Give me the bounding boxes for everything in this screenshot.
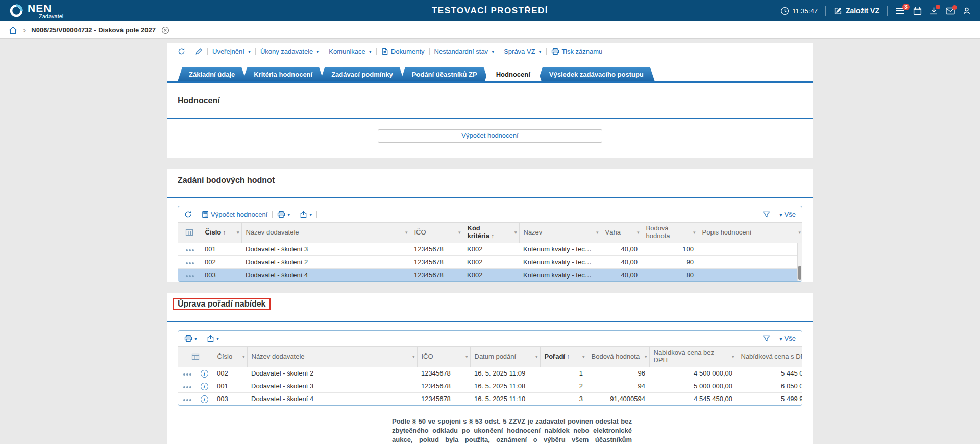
menu-sprava-vz[interactable]: Správa VZ: [504, 48, 541, 55]
tab-underline: [167, 81, 813, 83]
grid-refresh-button[interactable]: [184, 211, 192, 218]
vypocet-hodnoceni-button[interactable]: Výpočet hodnocení: [378, 129, 602, 143]
grid-filter-button[interactable]: [763, 335, 770, 342]
breadcrumb-record[interactable]: N006/25/V00004732 - Disková pole 2027: [31, 26, 156, 34]
cell-cislo: 001: [201, 243, 241, 255]
col-label: Název dodavatele: [246, 228, 299, 236]
col-header-nazev-dodavatele[interactable]: Název dodavatele: [247, 346, 417, 367]
tab-zadavaci-podminky[interactable]: Zadávací podmínky: [320, 67, 404, 81]
close-record-button[interactable]: [161, 26, 169, 34]
cell-dodavatel: Dodavatel - školení 3: [241, 243, 410, 255]
column-chooser-button[interactable]: [178, 222, 201, 243]
table-row[interactable]: 001 Dodavatel - školení 3 12345678 16. 5…: [178, 380, 802, 392]
col-header-datum-podani[interactable]: Datum podání: [470, 346, 540, 367]
topbar-actions: 11:35:47 Založit VZ 3: [780, 6, 971, 16]
cell-cislo: 003: [201, 268, 241, 281]
col-header-cena-s-dph[interactable]: Nabídková cena s DPH: [737, 346, 802, 367]
table-row[interactable]: 003 Dodavatel - školení 4 12345678 16. 5…: [178, 392, 802, 405]
separator: [190, 48, 190, 55]
cell-datum: 16. 5. 2025 11:10: [470, 392, 540, 405]
edit-record-button[interactable]: [195, 48, 203, 55]
cell-ico: 12345678: [417, 380, 470, 392]
grid-vse-dropdown[interactable]: Vše: [780, 335, 796, 342]
table-row[interactable]: 002 Dodavatel - školení 2 12345678 K002 …: [178, 255, 802, 268]
tab-podani-ucastniku-zp[interactable]: Podání účastníků ZP: [401, 67, 488, 81]
col-label: Název dodavatele: [252, 353, 305, 360]
refresh-button[interactable]: [178, 48, 185, 55]
cell-row-menu[interactable]: [178, 255, 201, 268]
messages-button[interactable]: [946, 7, 955, 15]
col-header-nazev[interactable]: Název: [519, 222, 601, 243]
brand-name: NEN: [28, 3, 63, 13]
col-header-cislo[interactable]: Číslo: [201, 222, 241, 243]
col-header-bodova-hodnota[interactable]: Bodová hodnota: [587, 346, 649, 367]
col-header-cena-bez-dph[interactable]: Nabídková cena bez DPH: [649, 346, 737, 367]
tab-kriteria-hodnoceni[interactable]: Kritéria hodnocení: [242, 67, 324, 81]
col-header-poradi[interactable]: Pořadí: [540, 346, 587, 367]
tab-hodnoceni[interactable]: Hodnocení: [485, 67, 542, 81]
cell-info[interactable]: [195, 380, 213, 392]
grid-print-button[interactable]: [277, 211, 290, 218]
mail-badge-dot: [952, 5, 957, 10]
col-header-cislo[interactable]: Číslo: [213, 346, 247, 367]
cell-row-menu[interactable]: [178, 268, 201, 281]
grid-toolbar: Výpočet hodnocení: [178, 206, 802, 222]
document-icon: [381, 48, 388, 55]
menu-ukony-zadavatele[interactable]: Úkony zadavatele: [260, 48, 319, 55]
col-header-nazev-dodavatele[interactable]: Název dodavatele: [241, 222, 410, 243]
grid-export-button[interactable]: [300, 211, 312, 218]
grid-print-button[interactable]: [184, 335, 197, 342]
table-row[interactable]: 001 Dodavatel - školení 3 12345678 K002 …: [178, 243, 802, 255]
col-label: IČO: [414, 228, 426, 236]
menu-uverejneni[interactable]: Uveřejnění: [212, 48, 251, 55]
separator: [825, 6, 826, 16]
menu-dokumenty[interactable]: Dokumenty: [381, 48, 425, 55]
col-header-ico[interactable]: IČO: [417, 346, 470, 367]
row-menu-icon: [183, 386, 185, 388]
cell-datum: 16. 5. 2025 11:09: [470, 367, 540, 380]
menu-badge: 3: [902, 4, 910, 10]
section-title-zadani-bodovych-hodnot: Zadání bodových hodnot: [167, 169, 813, 190]
table-row[interactable]: 002 Dodavatel - školení 2 12345678 16. 5…: [178, 367, 802, 380]
col-header-vaha[interactable]: Váha: [601, 222, 642, 243]
grid-filter-button[interactable]: [763, 211, 770, 218]
col-label: Číslo: [217, 353, 233, 360]
cell-row-menu[interactable]: [178, 367, 195, 380]
cell-nazev: Kritérium kvality - tec…: [519, 255, 601, 268]
col-label: IČO: [422, 353, 433, 360]
brand-subtitle: Zadavatel: [39, 14, 63, 19]
tab-vysledek-zadavaciho-postupu[interactable]: Výsledek zadávacího postupu: [538, 67, 655, 81]
cell-datum: 16. 5. 2025 11:08: [470, 380, 540, 392]
col-header-kod-kriteria[interactable]: Kód kritéria: [463, 222, 519, 243]
calendar-button[interactable]: [913, 7, 922, 15]
user-profile-button[interactable]: [963, 7, 971, 15]
column-chooser-button[interactable]: [178, 346, 213, 367]
create-vz-button[interactable]: Založit VZ: [834, 7, 879, 15]
vertical-scrollbar[interactable]: [797, 243, 802, 282]
nen-logo[interactable]: NEN Zadavatel: [9, 3, 63, 19]
cell-row-menu[interactable]: [178, 243, 201, 255]
export-icon: [207, 335, 214, 342]
scrollbar-thumb[interactable]: [798, 266, 801, 280]
main-menu-button[interactable]: 3: [895, 7, 905, 15]
grid-vypocet-hodnoceni-button[interactable]: Výpočet hodnocení: [202, 211, 267, 218]
grid-export-button[interactable]: [207, 335, 219, 342]
col-header-ico[interactable]: IČO: [410, 222, 463, 243]
cell-info[interactable]: [195, 392, 213, 405]
menu-tisk-zaznamu[interactable]: Tisk záznamu: [551, 48, 603, 55]
downloads-button[interactable]: [929, 7, 938, 15]
table-row-selected[interactable]: 003 Dodavatel - školení 4 12345678 K002 …: [178, 268, 802, 281]
home-button[interactable]: [9, 26, 17, 34]
menu-nestandardni-stav[interactable]: Nestandardní stav: [434, 48, 495, 55]
col-header-popis-hodnoceni[interactable]: Popis hodnocení: [698, 222, 802, 243]
grid-vse-dropdown[interactable]: Vše: [780, 211, 796, 218]
cell-cislo: 003: [213, 392, 247, 405]
cell-cena-s: 5 445 000,00: [737, 367, 802, 380]
tab-zakladni-udaje[interactable]: Základní údaje: [178, 67, 246, 81]
cell-row-menu[interactable]: [178, 392, 195, 405]
cell-row-menu[interactable]: [178, 380, 195, 392]
col-header-bodova-hodnota[interactable]: Bodová hodnota: [642, 222, 698, 243]
col-label: Kód kritéria: [468, 224, 489, 240]
menu-komunikace[interactable]: Komunikace: [329, 48, 372, 55]
cell-info[interactable]: [195, 367, 213, 380]
